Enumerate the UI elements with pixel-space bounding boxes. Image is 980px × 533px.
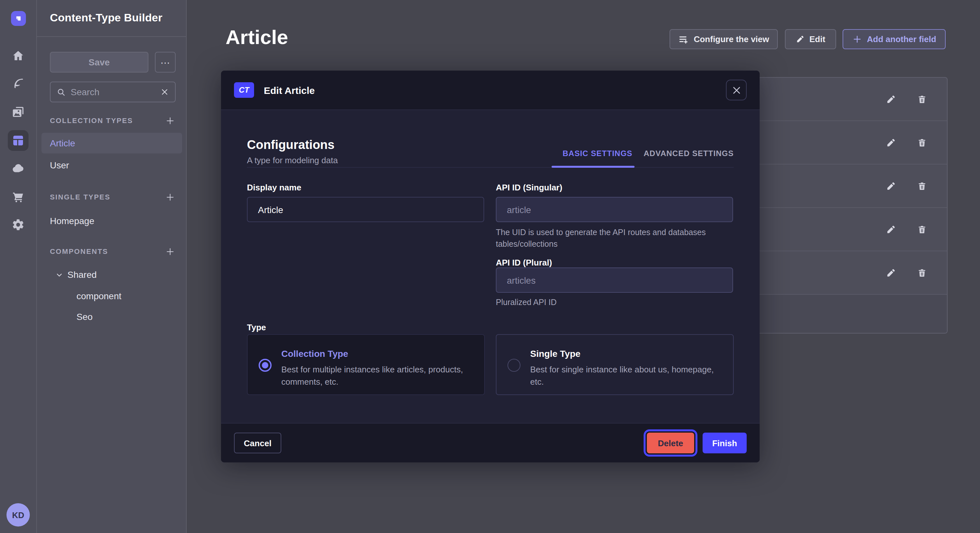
option-title: Single Type xyxy=(530,348,581,359)
modal-title: Edit Article xyxy=(264,84,315,95)
option-title: Collection Type xyxy=(281,348,348,359)
edit-article-modal: CT Edit Article Configurations A type fo… xyxy=(221,71,760,462)
section-label: COLLECTION TYPES xyxy=(50,117,133,124)
delete-field-trash-icon[interactable] xyxy=(913,221,930,238)
sidebar-header: Content-Type Builder xyxy=(37,0,186,37)
nav-settings-gear-icon[interactable] xyxy=(8,214,29,235)
search-input[interactable] xyxy=(71,87,156,97)
sidebar-item-homepage[interactable]: Homepage xyxy=(50,216,94,226)
nav-cloud-icon[interactable] xyxy=(8,158,29,179)
list-plus-icon xyxy=(678,34,689,44)
close-button[interactable] xyxy=(726,80,747,100)
edit-field-pencil-icon[interactable] xyxy=(882,90,899,108)
nav-content-type-builder-icon[interactable] xyxy=(8,130,29,151)
single-type-option[interactable]: Single Type Best for single instance lik… xyxy=(496,334,734,395)
option-description: Best for single instance like about us, … xyxy=(530,363,719,388)
type-label: Type xyxy=(247,322,266,332)
more-button[interactable]: ⋯ xyxy=(155,52,176,73)
section-label: SINGLE TYPES xyxy=(50,193,110,201)
api-id-plural-hint: Pluralized API ID xyxy=(496,297,730,309)
search-icon xyxy=(57,88,65,96)
content-type-badge: CT xyxy=(234,82,254,98)
sidebar-item-seo[interactable]: Seo xyxy=(76,311,93,322)
strapi-logo-icon[interactable] xyxy=(11,11,26,26)
chevron-down-icon xyxy=(56,271,63,278)
group-label: Shared xyxy=(67,270,97,280)
sidebar: Content-Type Builder Save ⋯ COLLECTION T… xyxy=(37,0,187,533)
api-id-singular-input[interactable] xyxy=(496,197,733,222)
nav-marketplace-cart-icon[interactable] xyxy=(8,187,29,207)
sidebar-item-article[interactable]: Article xyxy=(41,133,182,154)
add-component-icon[interactable] xyxy=(164,246,176,257)
page-title: Article xyxy=(226,26,288,49)
modal-header: CT Edit Article xyxy=(221,71,760,110)
add-single-type-icon[interactable] xyxy=(164,191,176,203)
section-single-types: SINGLE TYPES xyxy=(50,192,176,202)
add-another-field-button[interactable]: Add another field xyxy=(843,29,946,49)
user-avatar[interactable]: KD xyxy=(6,503,30,527)
section-label: COMPONENTS xyxy=(50,247,108,255)
sidebar-title: Content-Type Builder xyxy=(50,12,162,25)
api-id-plural-label: API ID (Plural) xyxy=(496,258,552,268)
nav-home-icon[interactable] xyxy=(8,45,29,66)
tabs-divider xyxy=(247,167,734,168)
finish-button[interactable]: Finish xyxy=(703,433,747,453)
option-description: Best for multiple instances like article… xyxy=(281,363,471,388)
modal-footer: Cancel Delete Finish xyxy=(221,423,760,462)
api-id-singular-hint: The UID is used to generate the API rout… xyxy=(496,227,730,250)
delete-field-trash-icon[interactable] xyxy=(913,134,930,151)
sidebar-item-user[interactable]: User xyxy=(50,160,69,170)
add-collection-type-icon[interactable] xyxy=(164,115,176,126)
delete-button[interactable]: Delete xyxy=(647,433,694,453)
delete-field-trash-icon[interactable] xyxy=(913,178,930,194)
edit-field-pencil-icon[interactable] xyxy=(882,134,899,151)
app-root: KD Content-Type Builder Save ⋯ COLLECTIO… xyxy=(0,0,980,533)
display-name-label: Display name xyxy=(247,182,301,192)
collection-type-option[interactable]: Collection Type Best for multiple instan… xyxy=(247,334,485,395)
cancel-button[interactable]: Cancel xyxy=(234,433,281,453)
section-components: COMPONENTS xyxy=(50,246,176,257)
configurations-subheading: A type for modeling data xyxy=(247,155,338,165)
delete-field-trash-icon[interactable] xyxy=(913,90,930,108)
radio-selected-icon[interactable] xyxy=(259,359,272,372)
tab-advanced-settings[interactable]: ADVANCED SETTINGS xyxy=(644,149,734,158)
nav-content-feather-icon[interactable] xyxy=(8,73,29,94)
pencil-icon xyxy=(795,35,804,43)
api-id-singular-label: API ID (Singular) xyxy=(496,182,562,192)
save-button[interactable]: Save xyxy=(50,52,148,73)
search-clear-icon[interactable] xyxy=(161,88,169,96)
display-name-input[interactable] xyxy=(247,197,484,222)
section-collection-types: COLLECTION TYPES xyxy=(50,115,176,125)
configure-view-button[interactable]: Configure the view xyxy=(670,29,778,49)
edit-field-pencil-icon[interactable] xyxy=(882,178,899,194)
sidebar-group-shared[interactable]: Shared xyxy=(56,270,97,280)
api-id-plural-input[interactable] xyxy=(496,268,733,293)
delete-field-trash-icon[interactable] xyxy=(913,264,930,281)
nav-rail: KD xyxy=(0,0,37,533)
tab-basic-settings[interactable]: BASIC SETTINGS xyxy=(563,149,632,158)
configurations-heading: Configurations xyxy=(247,138,334,152)
edit-field-pencil-icon[interactable] xyxy=(882,264,899,281)
sidebar-item-component[interactable]: component xyxy=(76,291,121,301)
edit-field-pencil-icon[interactable] xyxy=(882,221,899,238)
plus-icon xyxy=(852,34,862,44)
search-box xyxy=(50,82,176,102)
radio-unselected-icon[interactable] xyxy=(508,359,520,372)
active-tab-underline xyxy=(552,166,635,168)
close-icon xyxy=(732,85,741,95)
edit-button[interactable]: Edit xyxy=(785,29,836,49)
nav-media-library-icon[interactable] xyxy=(8,102,29,122)
